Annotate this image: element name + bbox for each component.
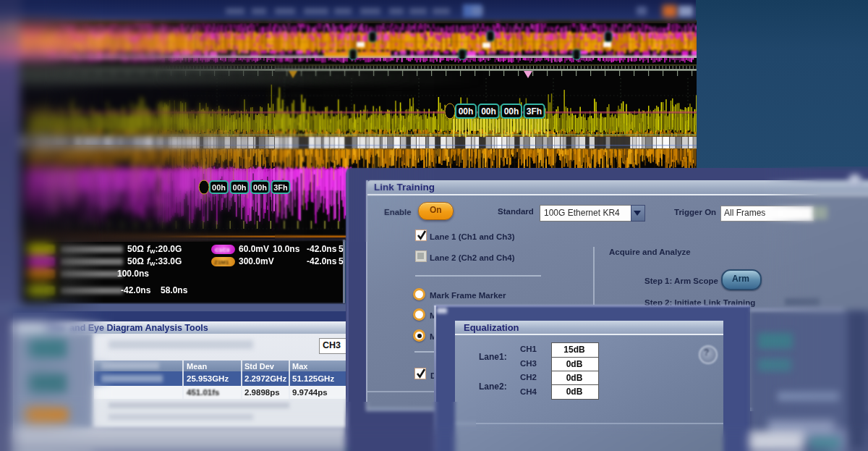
svg-text:00h: 00h <box>459 106 474 117</box>
svg-text:00h: 00h <box>233 183 247 192</box>
svg-text:00h: 00h <box>481 106 496 117</box>
svg-text:3Fh: 3Fh <box>527 106 542 117</box>
svg-text:00h: 00h <box>212 183 226 192</box>
svg-text:00h: 00h <box>504 106 519 117</box>
svg-text:00h: 00h <box>253 183 267 192</box>
svg-text:3Fh: 3Fh <box>273 183 288 192</box>
